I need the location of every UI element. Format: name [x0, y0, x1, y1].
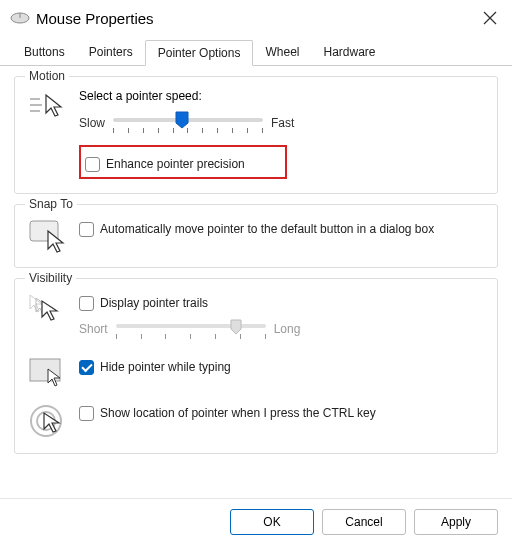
enhance-precision-checkbox[interactable] — [85, 157, 100, 172]
pointer-trails-slider — [116, 317, 266, 341]
group-motion: Motion Select a pointer speed: Slow — [14, 76, 498, 194]
tab-pointers[interactable]: Pointers — [77, 40, 145, 65]
mouse-icon — [10, 11, 30, 25]
hide-typing-icon — [27, 355, 69, 387]
slider-slow-label: Slow — [79, 116, 105, 130]
tab-strip: Buttons Pointers Pointer Options Wheel H… — [0, 34, 512, 66]
tab-pointer-options[interactable]: Pointer Options — [145, 40, 254, 66]
group-visibility: Visibility Display pointer trails Short — [14, 278, 498, 454]
trails-short-label: Short — [79, 322, 108, 336]
enhance-precision-highlight: Enhance pointer precision — [79, 145, 287, 179]
enhance-precision-label[interactable]: Enhance pointer precision — [106, 156, 245, 172]
hide-typing-label[interactable]: Hide pointer while typing — [100, 359, 231, 375]
close-icon[interactable] — [478, 6, 502, 30]
snap-to-label[interactable]: Automatically move pointer to the defaul… — [100, 221, 434, 237]
pointer-trails-checkbox[interactable] — [79, 296, 94, 311]
ctrl-locate-checkbox[interactable] — [79, 406, 94, 421]
cancel-button[interactable]: Cancel — [322, 509, 406, 535]
group-snap-to-title: Snap To — [25, 197, 77, 211]
tab-wheel[interactable]: Wheel — [253, 40, 311, 65]
group-visibility-title: Visibility — [25, 271, 76, 285]
pointer-trails-label[interactable]: Display pointer trails — [100, 295, 208, 311]
pointer-trails-icon — [27, 291, 69, 325]
tab-buttons[interactable]: Buttons — [12, 40, 77, 65]
pointer-speed-icon — [27, 89, 69, 121]
pointer-speed-label: Select a pointer speed: — [79, 89, 485, 103]
ctrl-locate-label[interactable]: Show location of pointer when I press th… — [100, 405, 376, 421]
dialog-buttons: OK Cancel Apply — [0, 498, 512, 545]
slider-fast-label: Fast — [271, 116, 294, 130]
snap-to-icon — [27, 217, 69, 253]
apply-button[interactable]: Apply — [414, 509, 498, 535]
ctrl-locate-icon — [27, 401, 69, 439]
group-snap-to: Snap To Automatically move pointer to th… — [14, 204, 498, 268]
window-title: Mouse Properties — [36, 10, 478, 27]
tab-hardware[interactable]: Hardware — [311, 40, 387, 65]
snap-to-checkbox[interactable] — [79, 222, 94, 237]
pointer-speed-slider[interactable] — [113, 111, 263, 135]
ok-button[interactable]: OK — [230, 509, 314, 535]
group-motion-title: Motion — [25, 69, 69, 83]
trails-long-label: Long — [274, 322, 301, 336]
hide-typing-checkbox[interactable] — [79, 360, 94, 375]
